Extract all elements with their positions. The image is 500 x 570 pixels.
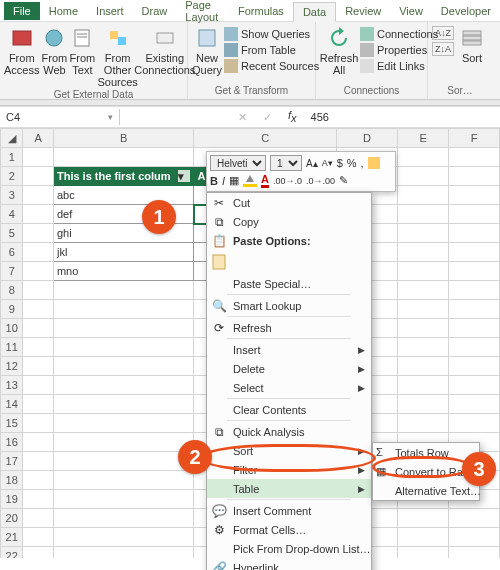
row-header[interactable]: 1 [1,148,23,167]
cell[interactable] [398,281,449,300]
cell[interactable] [398,395,449,414]
cell[interactable] [449,243,500,262]
cell[interactable] [23,186,54,205]
fx-icon[interactable]: fx [280,109,305,124]
font-select[interactable]: Helvetica [210,155,266,171]
font-color-icon[interactable]: A [261,173,269,188]
fill-color-icon[interactable] [243,175,257,187]
mi-paste-default[interactable] [207,250,371,274]
row-header[interactable]: 18 [1,471,23,490]
row-header[interactable]: 20 [1,509,23,528]
col-B[interactable]: B [53,129,194,148]
mi-cut[interactable]: ✂Cut [207,193,371,212]
format-icon[interactable] [368,157,380,169]
row-header[interactable]: 11 [1,338,23,357]
mi-refresh[interactable]: ⟳Refresh [207,318,371,337]
cell[interactable] [398,376,449,395]
accounting-icon[interactable]: $ [337,157,343,169]
inc-decimal-icon[interactable]: .0→.00 [306,176,335,186]
enter-icon[interactable]: ✓ [255,111,280,124]
cell[interactable] [449,414,500,433]
cell[interactable] [53,509,194,528]
cell[interactable] [449,319,500,338]
cell[interactable] [23,528,54,547]
tab-developer[interactable]: Developer [432,2,500,20]
cell[interactable] [53,471,194,490]
mi-pick-dropdown[interactable]: Pick From Drop-down List… [207,539,371,558]
cell[interactable] [398,509,449,528]
cell[interactable] [449,224,500,243]
cell[interactable] [449,509,500,528]
cell[interactable] [23,471,54,490]
mi-table[interactable]: Table▶ [207,479,371,498]
cell[interactable] [398,300,449,319]
cell[interactable] [449,167,500,186]
cell[interactable] [23,300,54,319]
row-header[interactable]: 2 [1,167,23,186]
cell[interactable]: jkl [53,243,194,262]
mi-filter[interactable]: Filter▶ [207,460,371,479]
btn-recent-sources[interactable]: Recent Sources [224,58,319,74]
cell[interactable] [449,300,500,319]
row-header[interactable]: 16 [1,433,23,452]
cell[interactable] [53,376,194,395]
row-header[interactable]: 12 [1,357,23,376]
cell[interactable] [449,148,500,167]
col-C[interactable]: C [194,129,337,148]
name-box[interactable]: C4▾ [0,109,120,125]
cell[interactable] [53,414,194,433]
mi-totals-row[interactable]: ΣTotals Row [373,443,479,462]
cell[interactable] [449,547,500,559]
cell[interactable] [53,281,194,300]
cell[interactable] [23,547,54,559]
cell[interactable] [53,357,194,376]
btn-sort-za[interactable]: Z↓A [432,42,454,56]
mi-hyperlink[interactable]: 🔗Hyperlink… [207,558,371,570]
cell[interactable] [23,357,54,376]
cell[interactable] [53,319,194,338]
row-header[interactable]: 13 [1,376,23,395]
tab-insert[interactable]: Insert [87,2,133,20]
cell[interactable] [449,205,500,224]
cell[interactable]: abc [53,186,194,205]
format-painter-icon[interactable]: ✎ [339,174,348,187]
cell[interactable] [398,528,449,547]
mi-insert-comment[interactable]: 💬Insert Comment [207,501,371,520]
formula-bar[interactable]: 456 [305,109,500,125]
cell[interactable] [449,281,500,300]
btn-from-text[interactable]: From Text [69,24,95,76]
btn-refresh-all[interactable]: Refresh All [320,24,358,76]
cell[interactable] [398,167,449,186]
row-header[interactable]: 9 [1,300,23,319]
mi-quick-analysis[interactable]: ⧉Quick Analysis [207,422,371,441]
cell[interactable] [23,414,54,433]
cell[interactable] [398,357,449,376]
mi-delete[interactable]: Delete▶ [207,359,371,378]
tab-draw[interactable]: Draw [133,2,177,20]
cell[interactable]: This is the first colum▾ [53,167,194,186]
dec-font-icon[interactable]: A▾ [322,158,333,168]
mi-smart-lookup[interactable]: 🔍Smart Lookup [207,296,371,315]
cell[interactable] [449,376,500,395]
row-header[interactable]: 22 [1,547,23,559]
col-A[interactable]: A [23,129,54,148]
cell[interactable]: mno [53,262,194,281]
cell[interactable] [398,319,449,338]
cell[interactable] [53,338,194,357]
comma-icon[interactable]: , [361,157,364,169]
btn-from-access[interactable]: From Access [4,24,39,76]
row-header[interactable]: 6 [1,243,23,262]
tab-file[interactable]: File [4,2,40,20]
cell[interactable] [398,205,449,224]
cell[interactable] [23,395,54,414]
cell[interactable] [53,433,194,452]
row-header[interactable]: 7 [1,262,23,281]
cell[interactable] [398,186,449,205]
cell[interactable] [53,300,194,319]
btn-from-other[interactable]: From Other Sources [97,24,137,88]
row-header[interactable]: 5 [1,224,23,243]
btn-from-web[interactable]: From Web [41,24,67,76]
cell[interactable] [23,224,54,243]
btn-sort[interactable]: Sort [456,24,488,64]
row-header[interactable]: 14 [1,395,23,414]
